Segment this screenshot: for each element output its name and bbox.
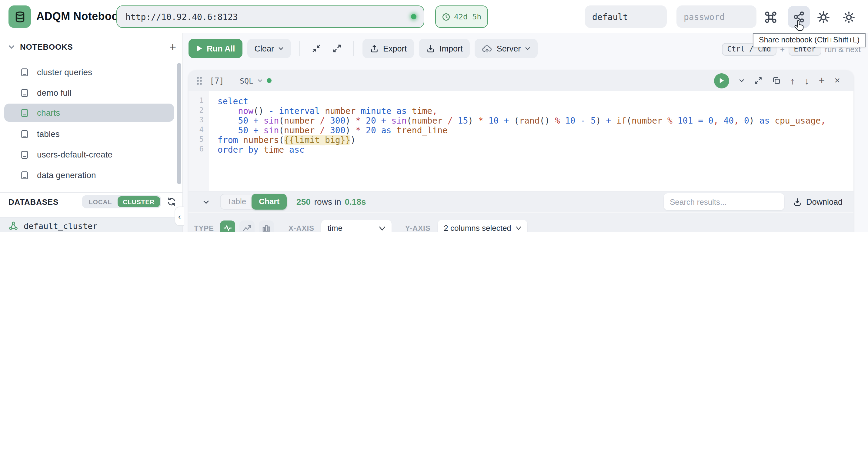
code-token (218, 106, 238, 116)
expand-icon (332, 44, 342, 53)
sql-code-editor[interactable]: 1select2 now() - interval number minute … (188, 91, 854, 191)
code-token: interval (279, 106, 320, 116)
code-token (320, 106, 325, 116)
settings-button[interactable] (812, 6, 834, 28)
code-line[interactable]: 2 now() - interval number minute as time… (188, 106, 854, 116)
refresh-databases-button[interactable] (167, 197, 176, 206)
code-token: + (248, 125, 264, 135)
code-token: time (412, 106, 432, 116)
code-token: asc (289, 145, 305, 155)
password-input[interactable] (677, 5, 756, 28)
search-results-input[interactable] (664, 193, 784, 210)
toggle-cluster[interactable]: CLUSTER (117, 196, 160, 207)
line-chart-type-button[interactable] (220, 221, 235, 232)
code-token: minute (361, 106, 391, 116)
code-token: as (396, 106, 407, 116)
notebook-label: charts (37, 108, 60, 118)
command-icon (764, 10, 777, 23)
code-token: - (269, 106, 274, 116)
code-token: ) (468, 116, 473, 125)
x-axis-select[interactable]: time (321, 220, 392, 232)
add-notebook-button[interactable]: + (169, 41, 176, 53)
divider (0, 192, 182, 193)
collapse-results-button[interactable] (203, 200, 209, 204)
uptime-badge: 42d 5h (435, 5, 488, 28)
shortcuts-button[interactable] (760, 6, 781, 28)
sidebar-item-cluster-queries[interactable]: cluster queries (4, 63, 174, 81)
code-token (258, 145, 264, 155)
code-token: sin (391, 116, 407, 125)
theme-toggle-button[interactable] (838, 6, 860, 28)
toggle-local[interactable]: LOCAL (83, 196, 117, 207)
run-all-button[interactable]: Run All (188, 39, 243, 58)
copy-icon (772, 76, 780, 85)
run-options-button[interactable] (739, 79, 744, 82)
move-cell-down-button[interactable]: ↓ (804, 75, 809, 86)
collapse-all-cells-button[interactable] (309, 41, 324, 56)
drag-handle-icon[interactable] (197, 77, 199, 78)
code-token (754, 116, 760, 125)
code-line[interactable]: 1select (188, 96, 854, 106)
expand-cell-button[interactable] (754, 76, 762, 85)
run-cell-button[interactable] (714, 73, 729, 88)
duplicate-cell-button[interactable] (772, 76, 780, 85)
expand-all-cells-button[interactable] (329, 41, 345, 56)
sidebar-collapse-handle[interactable]: ‹ (175, 206, 184, 226)
clear-button[interactable]: Clear (247, 39, 291, 58)
chevron-down-icon[interactable] (8, 45, 14, 49)
export-button[interactable]: Export (363, 39, 414, 58)
code-token: {{limit_big}} (284, 135, 350, 145)
sidebar-item-charts[interactable]: charts (4, 104, 174, 122)
username-input[interactable] (585, 5, 667, 28)
area-chart-type-button[interactable] (240, 221, 255, 232)
chart-config-row: TYPE X-AXIS time Y-AXIS 2 columns select… (188, 212, 854, 232)
delete-cell-button[interactable]: × (834, 75, 840, 86)
server-url-input[interactable] (116, 5, 424, 28)
download-results-button[interactable]: Download (793, 197, 842, 206)
code-token: number (284, 116, 315, 125)
chevron-down-icon (525, 47, 530, 50)
table-view-button[interactable]: Table (220, 194, 253, 209)
code-token: 0 (744, 116, 749, 125)
code-token: 40 (723, 116, 734, 125)
import-button[interactable]: Import (419, 39, 470, 58)
move-cell-up-button[interactable]: ↑ (790, 75, 795, 86)
cluster-row[interactable]: default_cluster (0, 217, 182, 232)
code-token: 20 (366, 116, 376, 125)
code-token: ( (626, 116, 631, 125)
code-token: * (350, 125, 366, 135)
bar-chart-type-button[interactable] (259, 221, 274, 232)
y-axis-label: Y-AXIS (405, 224, 431, 232)
code-line[interactable]: 5from numbers({{limit_big}}) (188, 135, 854, 145)
cell-index: [7] (210, 76, 224, 85)
gear-icon (817, 10, 830, 23)
database-icon (13, 10, 26, 23)
code-line[interactable]: 4 50 + sin(number / 300) * 20 as trend_l… (188, 125, 854, 135)
connection-status-dot (411, 14, 416, 20)
sidebar-item-demo-full[interactable]: demo full (4, 84, 174, 102)
collapse-icon (312, 44, 321, 53)
code-token: + (248, 116, 264, 125)
code-token: number (631, 116, 662, 125)
chevron-down-icon (379, 226, 386, 231)
code-line[interactable]: 3 50 + sin(number / 300) * 20 + sin(numb… (188, 116, 854, 125)
sidebar-item-users-default-create[interactable]: users-default-create (4, 145, 174, 164)
code-token: ) (345, 125, 351, 135)
cluster-icon (8, 221, 18, 231)
db-scope-toggle[interactable]: LOCAL CLUSTER (82, 195, 161, 208)
chevron-down-icon (739, 79, 744, 82)
chart-view-button[interactable]: Chart (252, 194, 287, 209)
chevron-down-icon (203, 200, 209, 204)
code-token: 300 (330, 116, 345, 125)
server-button[interactable]: Server (475, 39, 538, 58)
sidebar-scrollbar[interactable] (177, 63, 181, 184)
sidebar-item-tables[interactable]: tables (4, 125, 174, 143)
code-token: sin (264, 116, 279, 125)
chevron-down-icon (516, 226, 521, 230)
add-cell-button[interactable]: + (818, 74, 825, 87)
cell-language-select[interactable]: SQL (240, 76, 272, 85)
code-token (264, 106, 269, 116)
y-axis-select[interactable]: 2 columns selected (438, 220, 527, 232)
code-line[interactable]: 6order by time asc (188, 145, 854, 155)
sidebar-item-data-generation[interactable]: data generation (4, 166, 174, 184)
